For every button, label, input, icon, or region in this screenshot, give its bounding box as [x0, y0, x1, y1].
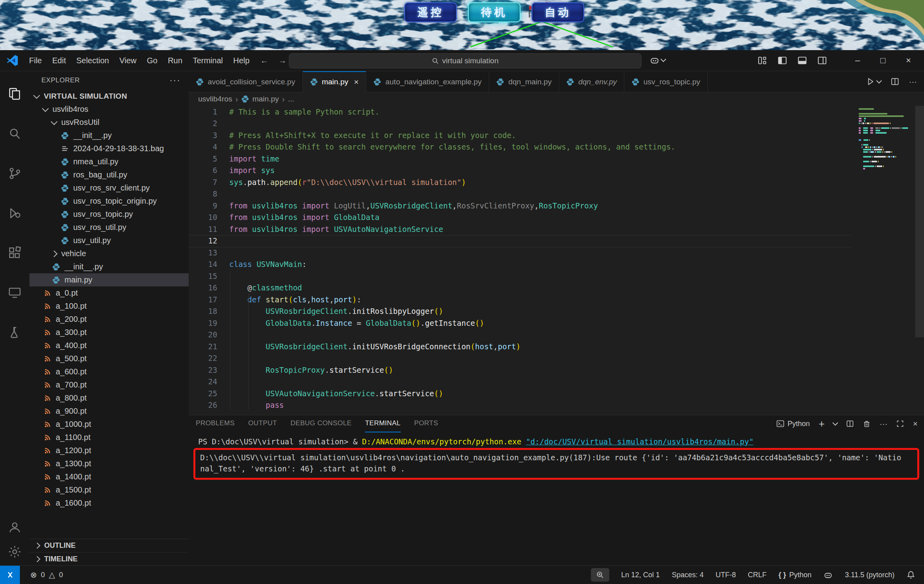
problems-summary[interactable]: ⊗ 0 △ 0	[30, 570, 63, 580]
menu-go[interactable]: Go	[142, 54, 163, 68]
explorer-item[interactable]: a_1400.pt	[29, 470, 189, 483]
explorer-item[interactable]: a_1100.pt	[29, 431, 189, 444]
kill-terminal-trash-icon[interactable]	[863, 420, 871, 428]
explorer-item[interactable]: vehicle	[29, 247, 189, 260]
panel-more-actions-icon[interactable]: ···	[879, 419, 887, 428]
code-line[interactable]: 1# This is a sample Python script.	[189, 106, 924, 118]
explorer-item[interactable]: a_700.pt	[29, 378, 189, 391]
panel-tab-ports[interactable]: PORTS	[414, 415, 438, 432]
code-line[interactable]: 2	[189, 118, 924, 130]
explorer-item[interactable]: a_1000.pt	[29, 418, 189, 431]
copilot-status-icon[interactable]	[823, 570, 833, 580]
explorer-item[interactable]: a_600.pt	[29, 365, 189, 378]
indentation-setting[interactable]: Spaces: 4	[672, 571, 704, 579]
source-control-icon[interactable]	[8, 167, 21, 180]
explorer-item[interactable]: a_400.pt	[29, 339, 189, 352]
maximize-panel-icon[interactable]	[896, 420, 904, 428]
toggle-secondary-sidebar-icon[interactable]	[817, 56, 827, 65]
code-editor[interactable]: 1# This is a sample Python script.23# Pr…	[189, 106, 924, 415]
terminal-profile[interactable]: Python	[776, 420, 810, 428]
explorer-item[interactable]: a_1600.pt	[29, 496, 189, 510]
menu-edit[interactable]: Edit	[47, 54, 71, 68]
editor-tab[interactable]: usv_ros_topic.py	[624, 71, 708, 92]
code-line[interactable]: 3# Press Alt+Shift+X to execute it or re…	[189, 129, 924, 141]
extensions-icon[interactable]	[8, 246, 21, 260]
breadcrumb-item[interactable]: usvlib4ros	[198, 95, 232, 103]
explorer-item[interactable]: a_1200.pt	[29, 444, 189, 457]
testing-icon[interactable]	[8, 326, 21, 339]
explorer-item[interactable]: usv_util.py	[29, 234, 189, 247]
editor-tab[interactable]: avoid_collision_service.py	[189, 71, 303, 92]
copilot-menu[interactable]	[649, 55, 665, 65]
terminal-output[interactable]: PS D:\doc\USV\virtual simulation> & D:/A…	[189, 432, 924, 480]
minimap[interactable]	[859, 108, 910, 169]
editor-more-actions-icon[interactable]: ···	[909, 77, 917, 86]
outline-section[interactable]: OUTLINE	[29, 539, 189, 552]
panel-tab-problems[interactable]: PROBLEMS	[196, 415, 235, 432]
back-arrow-icon[interactable]: ←	[260, 56, 268, 65]
explorer-item[interactable]: a_900.pt	[29, 405, 189, 418]
explorer-item[interactable]: __init__.py	[29, 260, 189, 273]
language-mode[interactable]: { } Python	[778, 571, 811, 579]
code-line[interactable]: 24	[189, 376, 924, 388]
code-line[interactable]: 13	[189, 247, 924, 259]
explorer-item[interactable]: a_300.pt	[29, 326, 189, 339]
screencast-zoom-button[interactable]	[591, 568, 609, 582]
editor-scrollbar[interactable]	[915, 106, 924, 337]
code-line[interactable]: 4# Press Double Shift to search everywhe…	[189, 141, 924, 153]
editor-tab[interactable]: dqn_env.py	[559, 71, 624, 92]
editor-tab[interactable]: dqn_main.py	[489, 71, 559, 92]
explorer-item[interactable]: a_200.pt	[29, 313, 189, 326]
explorer-item[interactable]: a_1300.pt	[29, 457, 189, 470]
code-line[interactable]: 14class USVNavMain:	[189, 259, 924, 271]
timeline-section[interactable]: TIMELINE	[29, 552, 189, 566]
remote-explorer-icon[interactable]	[8, 286, 21, 300]
close-window-button[interactable]: ×	[903, 55, 914, 66]
explorer-item[interactable]: __init__.py	[29, 129, 189, 142]
menu-terminal[interactable]: Terminal	[187, 54, 228, 68]
explorer-item[interactable]: a_500.pt	[29, 352, 189, 365]
customize-layout-icon[interactable]	[758, 56, 767, 65]
sim-mode-button[interactable]: 遥控	[404, 2, 457, 22]
terminal-dropdown-icon[interactable]	[832, 420, 838, 426]
panel-tab-terminal[interactable]: TERMINAL	[365, 415, 400, 432]
code-line[interactable]: 21 USVRosbridgeClient.initUSVRosBridgeCo…	[189, 341, 924, 352]
editor-tab[interactable]: main.py×	[303, 71, 366, 92]
toggle-panel-icon[interactable]	[797, 56, 807, 65]
minimize-button[interactable]: –	[852, 55, 864, 66]
explorer-item[interactable]: main.py	[29, 273, 189, 286]
encoding-setting[interactable]: UTF-8	[715, 571, 736, 579]
command-center-search[interactable]: virtual simulation	[289, 53, 641, 68]
explorer-item[interactable]: VIRTUAL SIMULATION	[29, 90, 189, 103]
run-python-file-button[interactable]	[866, 77, 881, 86]
code-line[interactable]: 12	[189, 235, 924, 247]
code-line[interactable]: 17 def start(cls,host,port):	[189, 294, 924, 306]
run-and-debug-icon[interactable]	[8, 206, 21, 220]
explorer-item[interactable]: usv_ros_topic.py	[29, 208, 189, 221]
explorer-more-actions[interactable]: ···	[170, 75, 181, 86]
panel-tab-debug-console[interactable]: DEBUG CONSOLE	[290, 415, 352, 432]
code-line[interactable]: 23 RosTopicProxy.startService()	[189, 364, 924, 376]
menu-file[interactable]: File	[24, 54, 47, 68]
explorer-item[interactable]: nmea_util.py	[29, 155, 189, 168]
accounts-icon[interactable]	[8, 520, 21, 534]
sim-mode-button[interactable]: 自动	[532, 2, 584, 22]
explorer-item[interactable]: usv_ros_srv_client.py	[29, 181, 189, 195]
explorer-item[interactable]: usvlib4ros	[29, 103, 189, 116]
explorer-item[interactable]: a_1500.pt	[29, 483, 189, 496]
explorer-item[interactable]: 2024-04-29-18-38-31.bag	[29, 142, 189, 155]
menu-run[interactable]: Run	[163, 54, 188, 68]
breadcrumb[interactable]: usvlib4ros›main.py›...	[189, 92, 924, 106]
breadcrumb-item[interactable]: ...	[288, 95, 294, 103]
explorer-item[interactable]: ros_bag_util.py	[29, 168, 189, 181]
code-line[interactable]: 16 @classmethod	[189, 282, 924, 294]
toggle-primary-sidebar-icon[interactable]	[778, 56, 787, 65]
maximize-button[interactable]: □	[877, 55, 889, 66]
forward-arrow-icon[interactable]: →	[279, 56, 287, 65]
cursor-position[interactable]: Ln 12, Col 1	[621, 571, 660, 579]
code-line[interactable]: 8	[189, 188, 924, 200]
remote-indicator[interactable]	[0, 566, 20, 584]
code-line[interactable]: 18 USVRosbridgeClient.initRoslibpyLogger…	[189, 306, 924, 317]
split-terminal-icon[interactable]	[846, 420, 854, 428]
breadcrumb-item[interactable]: main.py	[252, 95, 279, 103]
